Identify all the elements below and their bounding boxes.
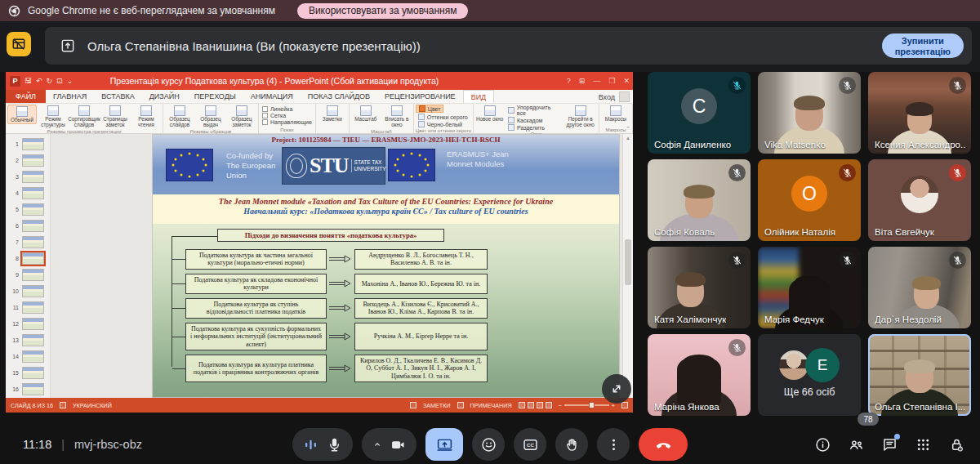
slide-thumbnail-3[interactable]: 3 — [6, 168, 50, 185]
normal-view-button[interactable]: Обычный — [7, 105, 37, 124]
tab-transitions[interactable]: ПЕРЕХОДЫ — [187, 90, 243, 103]
raise-hand-button[interactable] — [555, 428, 588, 461]
macros-button[interactable]: Макросы — [601, 105, 630, 123]
chat-button[interactable] — [879, 434, 900, 455]
presentation-minimized-icon[interactable] — [7, 32, 31, 56]
slide-master-button[interactable]: Образец слайдов — [165, 105, 194, 128]
activities-button[interactable] — [912, 434, 933, 455]
slide-thumbnail-15[interactable]: 15 — [6, 364, 50, 381]
collapse-ribbon-icon[interactable]: ⌃ — [626, 126, 630, 132]
slideshow-shortcut-icon[interactable] — [546, 402, 552, 408]
switch-window-button[interactable]: Перейти в другое окно — [564, 105, 597, 128]
slide-thumbnail-12[interactable]: 12 — [6, 315, 50, 332]
normal-view-shortcut-icon[interactable] — [519, 402, 525, 408]
zoom-slider-track[interactable] — [564, 404, 609, 406]
slide-thumbnail-10[interactable]: 10 — [6, 283, 50, 299]
slide-thumbnail-list[interactable]: 12345678910111213141516 — [6, 134, 51, 398]
participant-tile-olha-stepanivna[interactable]: Ольга Степанівна І... — [868, 334, 971, 416]
zoom-control[interactable]: − + — [559, 402, 615, 409]
fit-to-window-button[interactable]: Вписать в окно — [382, 105, 412, 128]
powerpoint-title-bar[interactable]: P 🖫 ↶ ↻ ⊡ ⌄ Презентація курсу Податкова … — [6, 72, 633, 90]
spellcheck-icon[interactable] — [60, 402, 66, 408]
tab-home[interactable]: ГЛАВНАЯ — [46, 90, 94, 103]
participant-tile-kseniya[interactable]: Ксения Александро... — [868, 72, 971, 154]
participant-tile-katia-khalimonchuk[interactable]: Катя Халімончук — [648, 247, 751, 328]
reactions-button[interactable] — [472, 428, 505, 461]
slide-thumbnail-11[interactable]: 11 — [6, 299, 50, 315]
gridlines-checkbox[interactable]: Сетка — [262, 113, 286, 118]
tab-slideshow[interactable]: ПОКАЗ СЛАЙДОВ — [301, 90, 377, 103]
slide-sorter-button[interactable]: Сортировщик слайдов — [69, 105, 99, 128]
guides-checkbox[interactable]: Направляющие — [262, 119, 312, 125]
color-button[interactable]: Цвет — [416, 105, 444, 113]
grayscale-button[interactable]: Оттенки серого — [416, 114, 470, 120]
slide-thumbnail-1[interactable]: 1 — [6, 136, 50, 152]
end-call-button[interactable] — [639, 428, 688, 461]
arrange-all-button[interactable]: Упорядочить все — [506, 105, 562, 116]
split-button[interactable]: Разделить — [506, 124, 562, 131]
zoom-button[interactable]: Масштаб — [351, 105, 381, 123]
participant-tile-marina-yankova[interactable]: Маріна Янкова — [648, 334, 751, 416]
participant-tile-sofiia-koval[interactable]: Софія Коваль — [648, 159, 751, 241]
overflow-tile[interactable]: E Ще 66 осіб — [758, 334, 861, 416]
slide-thumbnail-8[interactable]: 8 — [6, 250, 50, 266]
reading-view-shortcut-icon[interactable] — [537, 402, 543, 408]
account-avatar[interactable] — [619, 91, 630, 102]
info-button[interactable] — [812, 434, 833, 455]
notes-page-button[interactable]: Страницы заметок — [100, 105, 130, 128]
slide-scrollbar[interactable]: ▲ ▼ — [622, 134, 633, 398]
fit-slide-icon[interactable] — [621, 402, 628, 408]
slide-thumbnail-14[interactable]: 14 — [6, 348, 50, 364]
slide-thumbnail-2[interactable]: 2 — [6, 152, 50, 168]
slide-thumbnail-4[interactable]: 4 — [6, 185, 50, 201]
tab-review[interactable]: РЕЦЕНЗИРОВАНИЕ — [377, 90, 463, 103]
set-default-browser-button[interactable]: Використовувати за умовчанням — [297, 3, 469, 19]
participant-tile-sofiia-danylenko[interactable]: C Софія Даниленко — [648, 72, 751, 154]
comments-toggle-icon[interactable] — [457, 402, 464, 408]
tab-design[interactable]: ДИЗАЙН — [142, 90, 187, 103]
black-white-button[interactable]: Черно-белый — [416, 121, 465, 127]
camera-button[interactable] — [362, 428, 416, 461]
sign-in-link[interactable]: Вход — [599, 90, 615, 104]
view-shortcuts[interactable] — [519, 402, 552, 408]
expand-presentation-button[interactable] — [602, 374, 631, 404]
sorter-view-shortcut-icon[interactable] — [528, 402, 534, 408]
reading-view-button[interactable]: Режим чтения — [131, 105, 161, 128]
zoom-out-icon[interactable]: − — [559, 402, 562, 409]
help-button[interactable]: ? — [567, 77, 571, 85]
close-button[interactable]: ✕ — [623, 77, 630, 85]
notes-toggle[interactable]: ЗАМЕТКИ — [423, 402, 451, 409]
captions-button[interactable]: CC — [514, 428, 546, 461]
slide-thumbnail-5[interactable]: 5 — [6, 201, 50, 217]
scrollbar-thumb[interactable] — [625, 239, 631, 285]
tab-file[interactable]: ФАЙЛ — [6, 90, 46, 103]
notes-master-button[interactable]: Образец заметок — [227, 105, 256, 128]
outline-view-button[interactable]: Режим структуры — [38, 105, 68, 128]
participant-tile-mariia-fedchuk[interactable]: Марія Федчук — [758, 247, 861, 328]
slide-thumbnail-16[interactable]: 16 — [6, 381, 50, 397]
present-button[interactable] — [425, 428, 463, 461]
tab-view[interactable]: ВИД — [463, 90, 495, 103]
slide-thumbnail-7[interactable]: 7 — [6, 234, 50, 250]
language-indicator[interactable]: УКРАИНСКИЙ — [73, 402, 112, 409]
camera-options-chevron-icon[interactable] — [372, 439, 383, 450]
handout-master-button[interactable]: Образец выдач — [196, 105, 225, 128]
participant-tile-oliinyk-nataliia[interactable]: O Олійник Наталія — [758, 159, 861, 241]
slide-thumbnail-6[interactable]: 6 — [6, 217, 50, 234]
ruler-checkbox[interactable]: Линейка — [262, 106, 292, 112]
ribbon-options-button[interactable]: ⊞ — [579, 77, 586, 85]
cascade-button[interactable]: Каскадом — [506, 117, 562, 123]
stop-presenting-button[interactable]: Зупинити презентацію — [882, 33, 964, 58]
tab-insert[interactable]: ВСТАВКА — [94, 90, 141, 103]
microphone-button[interactable] — [292, 428, 353, 461]
guides-checkbox-box[interactable] — [262, 119, 268, 125]
gridlines-checkbox-box[interactable] — [262, 113, 268, 118]
zoom-slider-knob[interactable] — [589, 402, 595, 408]
new-window-button[interactable]: Новое окно — [475, 105, 504, 123]
participant-tile-vita-yevheichuk[interactable]: Віта Євгейчук — [868, 159, 971, 241]
people-button[interactable] — [845, 434, 866, 455]
participant-tile-daria-nezdolii[interactable]: Дар`я Нездолій — [868, 247, 971, 328]
more-options-button[interactable] — [597, 428, 630, 461]
scroll-up-icon[interactable]: ▲ — [623, 136, 633, 141]
host-controls-button[interactable] — [946, 434, 967, 455]
